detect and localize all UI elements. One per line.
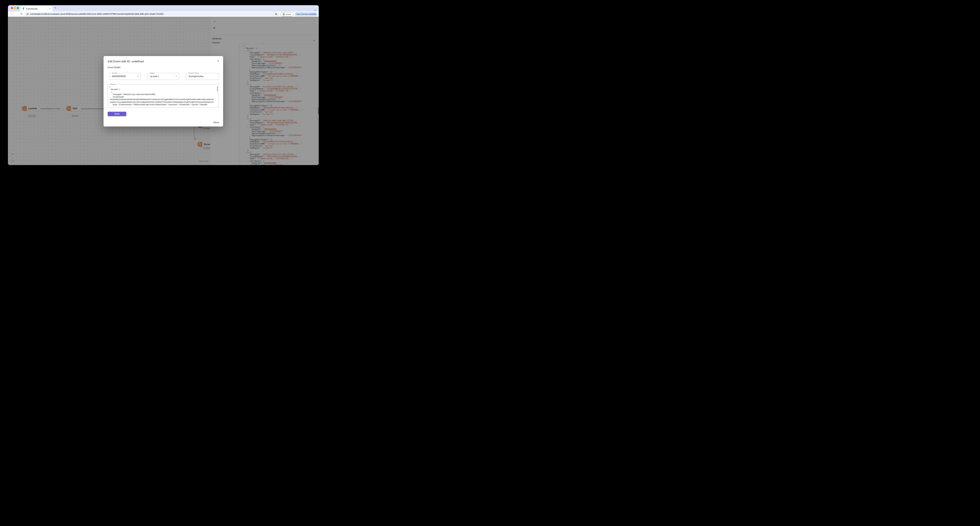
browser-toolbar: ← → ↻ eventstudio.localhost.localstack.c… bbox=[8, 11, 319, 17]
send-button[interactable]: Send bbox=[108, 112, 126, 116]
forward-button[interactable]: → bbox=[16, 11, 18, 17]
edit-event-dialog: Edit Event with ID: undefined ✕ Event De… bbox=[103, 56, 223, 126]
payload-text: { "Records": [ { "messageId": "65032221-… bbox=[110, 86, 216, 107]
dropdown-caret-icon: ▼ bbox=[137, 76, 138, 77]
dialog-close-icon[interactable]: ✕ bbox=[217, 59, 220, 63]
tab-close-icon[interactable]: × bbox=[49, 7, 51, 10]
zoom-out-indicator-icon[interactable] bbox=[275, 13, 277, 16]
profile-button[interactable]: Guest bbox=[280, 12, 293, 16]
event-details-heading: Event Details bbox=[108, 66, 121, 69]
tab-strip: EventStudio × + bbox=[8, 5, 319, 11]
close-button[interactable]: Close bbox=[213, 121, 219, 124]
payload-textarea[interactable]: Payload { "Records": [ { "messageId": "6… bbox=[108, 84, 219, 108]
browser-menu-icon[interactable]: ⋮ bbox=[318, 13, 319, 15]
dropdown-caret-icon: ▼ bbox=[176, 76, 177, 77]
function-name-value: ScoringFunction bbox=[189, 73, 204, 80]
macos-minimize-button[interactable] bbox=[14, 7, 16, 9]
function-name-field[interactable]: Function Name ScoringFunction bbox=[186, 73, 219, 80]
dialog-title: Edit Event with ID: undefined bbox=[108, 60, 144, 63]
browser-tab[interactable]: EventStudio × bbox=[21, 6, 52, 11]
address-bar[interactable]: eventstudio.localhost.localstack.cloud:4… bbox=[25, 12, 280, 16]
screen: EventStudio × + ← → ↻ eventstud bbox=[0, 0, 327, 175]
profile-label: Guest bbox=[286, 13, 291, 16]
region-value: us-east-1 bbox=[150, 73, 159, 80]
region-select[interactable]: Region us-east-1 ▼ bbox=[148, 73, 179, 80]
tab-search-icon[interactable] bbox=[315, 8, 316, 11]
account-select[interactable]: Account 000000000000 ▼ bbox=[109, 73, 141, 80]
url-text: eventstudio.localhost.localstack.cloud:4… bbox=[30, 12, 164, 16]
new-tab-button[interactable]: + bbox=[54, 6, 56, 10]
account-value: 000000000000 bbox=[112, 73, 126, 80]
tab-title: EventStudio bbox=[26, 8, 38, 10]
chrome-update-button[interactable]: New Chrome available ⋮ bbox=[294, 12, 318, 16]
payload-field-label: Payload bbox=[110, 83, 116, 85]
chrome-update-label: New Chrome available bbox=[294, 13, 317, 15]
guest-avatar-icon bbox=[283, 13, 285, 16]
reload-button[interactable]: ↻ bbox=[21, 11, 22, 17]
browser-window: EventStudio × + ← → ↻ eventstud bbox=[8, 5, 319, 165]
payload-scrollbar[interactable] bbox=[217, 86, 218, 92]
site-controls-icon[interactable] bbox=[27, 13, 29, 15]
macos-zoom-button[interactable] bbox=[17, 7, 19, 9]
eventstudio-favicon-icon bbox=[22, 8, 25, 10]
back-button[interactable]: ← bbox=[10, 11, 13, 17]
macos-close-button[interactable] bbox=[11, 7, 13, 9]
